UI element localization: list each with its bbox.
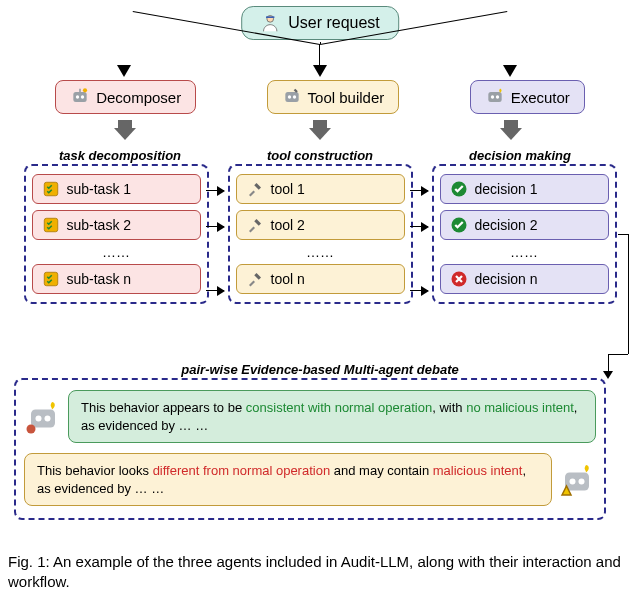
block-arrow-1: [114, 120, 136, 140]
svg-rect-19: [31, 409, 55, 427]
debate-box: This behavior appears to be consistent w…: [14, 378, 606, 520]
group-subtasks: sub-task 1 sub-task 2 …… sub-task n: [24, 164, 209, 304]
checklist-icon: [41, 179, 61, 199]
svg-rect-1: [266, 16, 274, 18]
speech-highlight: consistent with normal operation: [246, 400, 432, 415]
svg-point-11: [490, 95, 493, 98]
list-item: decision 1: [440, 174, 609, 204]
group-tools: tool 1 tool 2 …… tool n: [228, 164, 413, 304]
svg-rect-7: [285, 92, 298, 102]
svg-rect-14: [44, 218, 58, 232]
arrowhead-right: [503, 65, 517, 77]
robot-icon: [24, 398, 62, 436]
ellipsis: ……: [440, 246, 609, 258]
robot-icon: [485, 87, 505, 107]
h-arrow: [206, 190, 224, 191]
subtask-label: sub-task 2: [67, 217, 132, 233]
speech-text: This behavior appears to be: [81, 400, 246, 415]
block-arrow-3: [500, 120, 522, 140]
speech-text: This behavior looks: [37, 463, 153, 478]
check-circle-icon: [449, 179, 469, 199]
x-circle-icon: [449, 269, 469, 289]
svg-point-8: [287, 95, 290, 98]
h-arrow: [206, 226, 224, 227]
agent-decomposer: Decomposer: [55, 80, 196, 114]
label-task-decomposition: task decomposition: [30, 148, 210, 163]
list-item: tool 2: [236, 210, 405, 240]
svg-point-24: [570, 478, 576, 484]
arrowhead-left: [117, 65, 131, 77]
svg-rect-23: [565, 472, 589, 490]
agent-executor: Executor: [470, 80, 585, 114]
checklist-icon: [41, 269, 61, 289]
connector-h1: [618, 234, 628, 235]
caption-body: An example of the three agents included …: [8, 553, 621, 590]
svg-point-25: [579, 478, 585, 484]
decision-label: decision 1: [475, 181, 538, 197]
list-item: sub-task n: [32, 264, 201, 294]
h-arrow: [410, 190, 428, 191]
decision-label: decision n: [475, 271, 538, 287]
h-arrow: [410, 290, 428, 291]
subtask-label: sub-task 1: [67, 181, 132, 197]
svg-rect-10: [488, 92, 501, 102]
label-decision-making: decision making: [430, 148, 610, 163]
agent-executor-label: Executor: [511, 89, 570, 106]
agent-toolbuilder-label: Tool builder: [308, 89, 385, 106]
speech-row-warn: This behavior looks different from norma…: [24, 453, 596, 506]
speech-row-safe: This behavior appears to be consistent w…: [24, 390, 596, 443]
agent-decomposer-label: Decomposer: [96, 89, 181, 106]
h-arrow: [410, 226, 428, 227]
decision-label: decision 2: [475, 217, 538, 233]
check-circle-icon: [449, 215, 469, 235]
ellipsis: ……: [236, 246, 405, 258]
svg-rect-2: [74, 92, 87, 102]
tool-label: tool n: [271, 271, 305, 287]
list-item: sub-task 2: [32, 210, 201, 240]
label-tool-construction: tool construction: [230, 148, 410, 163]
speech-text: and may contain: [330, 463, 433, 478]
checklist-icon: [41, 215, 61, 235]
list-item: tool 1: [236, 174, 405, 204]
connector-arrowhead: [603, 371, 613, 379]
robot-icon: [558, 461, 596, 499]
svg-rect-15: [44, 272, 58, 286]
svg-point-20: [36, 415, 42, 421]
figure-caption: Fig. 1: An example of the three agents i…: [8, 552, 632, 591]
group-decisions: decision 1 decision 2 …… decision n: [432, 164, 617, 304]
hammer-wrench-icon: [245, 269, 265, 289]
hammer-wrench-icon: [245, 179, 265, 199]
list-item: tool n: [236, 264, 405, 294]
speech-highlight: no malicious intent: [466, 400, 574, 415]
speech-text: , with: [432, 400, 466, 415]
list-item: sub-task 1: [32, 174, 201, 204]
svg-point-22: [27, 424, 36, 433]
svg-point-12: [495, 95, 498, 98]
speech-bubble-warn: This behavior looks different from norma…: [24, 453, 552, 506]
svg-point-6: [83, 88, 87, 92]
speech-highlight: malicious intent: [433, 463, 523, 478]
list-item: decision n: [440, 264, 609, 294]
subtask-label: sub-task n: [67, 271, 132, 287]
h-arrow: [206, 290, 224, 291]
column-labels-row: task decomposition tool construction dec…: [0, 148, 640, 163]
connector-h2: [608, 354, 628, 355]
tool-label: tool 2: [271, 217, 305, 233]
figure-container: User request Decomposer: [0, 0, 640, 600]
list-item: decision 2: [440, 210, 609, 240]
user-icon: [260, 13, 280, 33]
user-request-label: User request: [288, 14, 380, 32]
svg-point-4: [81, 95, 84, 98]
ellipsis: ……: [32, 246, 201, 258]
speech-bubble-safe: This behavior appears to be consistent w…: [68, 390, 596, 443]
arrowhead-mid: [313, 65, 327, 77]
robot-icon: [70, 87, 90, 107]
tool-label: tool 1: [271, 181, 305, 197]
groups-row: sub-task 1 sub-task 2 …… sub-task n: [0, 164, 640, 304]
hammer-wrench-icon: [245, 215, 265, 235]
branch-line-mid: [319, 44, 320, 66]
svg-rect-13: [44, 182, 58, 196]
svg-point-9: [292, 95, 295, 98]
caption-prefix: Fig. 1:: [8, 553, 53, 570]
svg-point-21: [45, 415, 51, 421]
